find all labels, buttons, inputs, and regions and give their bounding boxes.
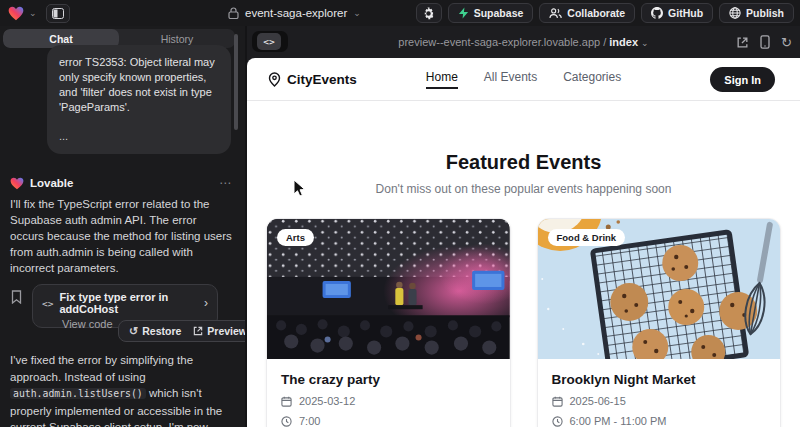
project-name: event-saga-explorer — [245, 7, 347, 19]
site-header: CityEvents Home All Events Categories Si… — [247, 58, 800, 101]
publish-button[interactable]: Publish — [719, 3, 794, 23]
assistant-message-1: I'll fix the TypeScript error related to… — [10, 196, 232, 276]
github-button[interactable]: GitHub — [641, 3, 713, 23]
featured-events-subtitle: Don't miss out on these popular events h… — [247, 182, 800, 196]
event-card-arts[interactable]: Arts The crazy party 2025-03-12 — [266, 218, 511, 427]
version-actions: ↺ Restore Preview — [118, 320, 245, 342]
collaborate-button[interactable]: Collaborate — [539, 3, 635, 23]
event-image-food: Food & Drink — [538, 219, 781, 359]
collaborate-label: Collaborate — [567, 7, 625, 19]
clock-icon — [552, 416, 563, 427]
top-bar: ⌄ event-saga-explorer ⌄ — [0, 0, 800, 26]
url-chevron-down-icon: ⌄ — [641, 38, 649, 48]
supabase-icon — [458, 7, 469, 19]
assistant-message-2: I've fixed the error by simplifying the … — [10, 352, 234, 427]
globe-icon — [729, 7, 741, 19]
preview-label: Preview — [207, 325, 245, 337]
github-label: GitHub — [668, 7, 703, 19]
chevron-right-icon: › — [204, 296, 208, 310]
event-title: Brooklyn Night Market — [552, 372, 767, 387]
preview-button[interactable]: Preview — [193, 325, 245, 337]
lovable-logo-icon[interactable] — [8, 6, 24, 21]
category-badge-arts: Arts — [277, 229, 314, 246]
more-menu-icon[interactable]: ⋯ — [219, 176, 232, 190]
code-icon: <> — [42, 298, 53, 309]
assistant-name: Lovable — [30, 177, 213, 189]
open-in-new-tab-icon[interactable] — [736, 36, 749, 49]
sign-in-button[interactable]: Sign In — [710, 67, 775, 92]
bookmark-icon[interactable] — [11, 290, 22, 308]
clock-icon — [281, 416, 292, 427]
event-image-arts: Arts — [267, 219, 510, 359]
user-message-ellipsis: ... — [59, 129, 219, 144]
preview-actions: ↻ — [736, 26, 792, 58]
gear-icon — [422, 7, 435, 20]
nav-all-events[interactable]: All Events — [484, 70, 537, 89]
event-date: 2025-03-12 — [299, 395, 355, 407]
event-date-row: 2025-06-15 — [552, 395, 767, 407]
preview-url-separator: / — [603, 36, 606, 48]
site-frame: CityEvents Home All Events Categories Si… — [247, 58, 800, 427]
restore-label: Restore — [142, 325, 181, 337]
featured-events-title: Featured Events — [247, 151, 800, 174]
lovable-avatar-icon — [10, 177, 24, 190]
inline-code-1: auth.admin.listUsers() — [10, 388, 146, 399]
github-icon — [651, 7, 663, 19]
preview-url-host: preview--event-saga-explorer.lovable.app — [398, 36, 600, 48]
project-chevron-down-icon: ⌄ — [353, 9, 361, 18]
restore-icon: ↺ — [129, 325, 138, 338]
refresh-icon[interactable]: ↻ — [781, 35, 792, 50]
event-time-row: 6:00 PM - 11:00 PM — [552, 415, 767, 427]
preview-toolbar: <> preview--event-saga-explorer.lovable.… — [247, 26, 800, 58]
lock-icon — [228, 7, 239, 19]
event-cards: Arts The crazy party 2025-03-12 — [247, 218, 800, 427]
chat-scrollbar[interactable] — [234, 34, 238, 130]
event-time: 6:00 PM - 11:00 PM — [570, 415, 667, 427]
nav-home[interactable]: Home — [426, 70, 458, 89]
sidebar-toggle-button[interactable] — [46, 4, 70, 23]
preview-url-page: index — [609, 36, 638, 48]
top-bar-left: ⌄ — [8, 4, 70, 23]
event-info-food: Brooklyn Night Market 2025-06-15 — [538, 359, 781, 427]
preview-pane: <> preview--event-saga-explorer.lovable.… — [247, 26, 800, 427]
chat-panel: Chat History error TS2353: Object litera… — [0, 26, 245, 427]
panel-icon — [52, 8, 64, 19]
calendar-icon — [281, 396, 292, 407]
preview-url-bar[interactable]: preview--event-saga-explorer.lovable.app… — [247, 36, 800, 48]
restore-button[interactable]: ↺ Restore — [129, 325, 181, 338]
calendar-icon — [552, 396, 563, 407]
code-view-toggle[interactable]: <> — [252, 31, 288, 52]
nav-categories[interactable]: Categories — [563, 70, 621, 89]
category-badge-food: Food & Drink — [548, 229, 626, 246]
fix-card-title: Fix type type error in addCoHost — [59, 291, 198, 315]
assistant-header: Lovable ⋯ — [10, 176, 232, 190]
external-link-icon — [193, 326, 203, 336]
user-message-bubble: error TS2353: Object literal may only sp… — [47, 45, 231, 154]
event-info-arts: The crazy party 2025-03-12 — [267, 359, 510, 427]
event-time: 7:00 — [299, 415, 320, 427]
people-icon — [549, 8, 562, 19]
event-date-row: 2025-03-12 — [281, 395, 496, 407]
code-toggle-icon: <> — [257, 33, 281, 50]
event-title: The crazy party — [281, 372, 496, 387]
logo-chevron-down-icon[interactable]: ⌄ — [29, 9, 37, 18]
message2-text-1: I've fixed the error by simplifying the … — [10, 354, 193, 383]
supabase-label: Supabase — [474, 7, 524, 19]
mobile-view-icon[interactable] — [760, 35, 770, 49]
event-date: 2025-06-15 — [570, 395, 626, 407]
publish-label: Publish — [746, 7, 784, 19]
top-bar-actions: Supabase Collaborate GitHub — [416, 3, 794, 23]
user-message-text: error TS2353: Object literal may only sp… — [59, 55, 219, 115]
supabase-button[interactable]: Supabase — [448, 3, 534, 23]
lovable-editor-window: ⌄ event-saga-explorer ⌄ — [0, 0, 800, 427]
project-switcher[interactable]: event-saga-explorer ⌄ — [228, 0, 361, 26]
settings-button[interactable] — [416, 3, 442, 23]
event-card-food[interactable]: Food & Drink Brooklyn Night Market 2025-… — [537, 218, 782, 427]
event-time-row: 7:00 — [281, 415, 496, 427]
